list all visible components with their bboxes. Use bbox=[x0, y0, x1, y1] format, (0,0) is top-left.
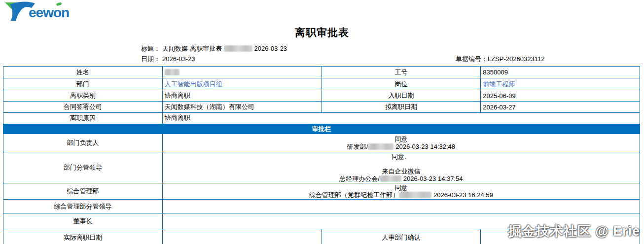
section-header-row: 审批栏 bbox=[3, 124, 640, 134]
field-label-type: 离职类别 bbox=[3, 90, 163, 102]
field-label-hr-confirm: 人事部门确认 bbox=[322, 229, 481, 244]
section-header-approval: 审批栏 bbox=[3, 124, 640, 134]
watermark-text: 掘金技术社区 @ Erie bbox=[508, 222, 640, 240]
approval-timestamp: 2026-03-23 14:32:48 bbox=[395, 143, 455, 150]
field-value-company: 天闻数媒科技（湖南）有限公司 bbox=[162, 102, 322, 113]
field-value-hire-date: 2025-06-09 bbox=[481, 90, 640, 102]
redacted-employee-name bbox=[224, 45, 252, 52]
table-row: 部门 人工智能出版项目组 岗位 前端工程师 bbox=[3, 78, 640, 90]
approval-row-admin-dept: 综合管理部 同意 综合管理部（党群纪检工作部）2026-03-23 16:24:… bbox=[3, 183, 640, 200]
approval-signature: 总经理办公会/2026-03-23 14:37:54 bbox=[165, 175, 638, 182]
table-row: 离职类别 协商离职 入职日期 2025-06-09 bbox=[3, 90, 640, 102]
approver-label-admin-dept: 综合管理部 bbox=[3, 183, 163, 200]
approver-label-dept-head: 部门负责人 bbox=[3, 134, 163, 152]
doc-number-value: LZSP-20260323112 bbox=[488, 55, 544, 63]
form-meta: 标题：天闻数媒-离职审批表 2026-03-23 日期：2026-03-23 单… bbox=[0, 43, 644, 64]
approval-cell-admin-leader bbox=[162, 200, 640, 213]
approval-cell-admin-dept: 同意 综合管理部（党群纪检工作部）2026-03-23 16:24:59 bbox=[162, 183, 640, 200]
field-label-hire-date: 入职日期 bbox=[322, 90, 481, 102]
header: eewon bbox=[0, 0, 644, 23]
approval-signature: 综合管理部（党群纪检工作部）2026-03-23 16:24:59 bbox=[165, 191, 638, 199]
field-value-emp-no: 8350009 bbox=[481, 67, 640, 78]
field-label-reason: 离职原因 bbox=[3, 113, 163, 124]
approver-org: 总经理办公会/ bbox=[339, 175, 380, 182]
resignation-approval-page: eewon 离职审批表 标题：天闻数媒-离职审批表 2026-03-23 日期：… bbox=[0, 0, 644, 244]
page-title: 离职审批表 bbox=[0, 26, 644, 39]
approval-opinion: 同意 bbox=[165, 136, 638, 143]
field-label-emp-no: 工号 bbox=[322, 67, 481, 78]
approval-timestamp: 2026-03-23 14:37:54 bbox=[403, 175, 463, 182]
redacted-name-value bbox=[165, 69, 179, 75]
field-label-dept: 部门 bbox=[3, 78, 163, 90]
logo-wordmark: eewon bbox=[29, 5, 69, 20]
meta-title-value: 天闻数媒-离职审批表 bbox=[162, 45, 222, 52]
field-value-type: 协商离职 bbox=[162, 90, 322, 102]
approval-timestamp: 2026-03-23 16:24:59 bbox=[433, 191, 493, 199]
field-value-name bbox=[162, 67, 322, 78]
approver-label-admin-leader: 综合管理部分管领导 bbox=[3, 200, 163, 213]
table-row: 姓名 工号 8350009 bbox=[3, 67, 640, 78]
field-label-post: 岗位 bbox=[322, 78, 481, 90]
field-value-actual-date bbox=[162, 229, 322, 244]
doc-number: 单据编号：LZSP-20260323112 bbox=[456, 54, 544, 64]
table-row: 离职原因 协商离职 bbox=[3, 113, 640, 124]
approver-label-chairman: 董事长 bbox=[3, 213, 163, 229]
table-row: 合同签署公司 天闻数媒科技（湖南）有限公司 拟离职日期 2026-03-27 bbox=[3, 102, 640, 113]
field-value-dept[interactable]: 人工智能出版项目组 bbox=[162, 78, 322, 90]
approver-org: 综合管理部（党群纪检工作部） bbox=[309, 191, 399, 199]
teewon-logo: eewon bbox=[4, 1, 79, 21]
approval-row-admin-leader: 综合管理部分管领导 bbox=[3, 200, 640, 213]
approval-form-table: 姓名 工号 8350009 部门 人工智能出版项目组 岗位 前端工程师 离职类别… bbox=[3, 66, 640, 244]
meta-title-line: 标题：天闻数媒-离职审批表 2026-03-23 bbox=[141, 43, 644, 54]
approval-cell-dept-leader: 同意。 来自企业微信 总经理办公会/2026-03-23 14:37:54 bbox=[162, 152, 640, 183]
meta-date-line: 日期：2026-03-23 bbox=[141, 54, 644, 64]
approval-signature: 研发部/2026-03-23 14:32:48 bbox=[165, 143, 638, 150]
field-label-actual-date: 实际离职日期 bbox=[3, 229, 163, 244]
approval-source-note: 来自企业微信 bbox=[165, 168, 638, 175]
field-label-name: 姓名 bbox=[3, 67, 163, 78]
approval-opinion: 同意。 bbox=[165, 153, 638, 160]
approval-row-dept-head: 部门负责人 同意 研发部/2026-03-23 14:32:48 bbox=[3, 134, 640, 152]
field-value-reason: 协商离职 bbox=[162, 113, 640, 124]
meta-date-label: 日期： bbox=[141, 55, 160, 63]
field-label-plan-date: 拟离职日期 bbox=[322, 102, 481, 113]
redacted-approver-name bbox=[380, 175, 401, 182]
redacted-approver-name bbox=[399, 192, 431, 198]
field-value-plan-date: 2026-03-27 bbox=[481, 102, 640, 113]
meta-title-label: 标题： bbox=[141, 45, 160, 52]
blank-line bbox=[165, 160, 638, 168]
approval-row-dept-leader: 部门分管领导 同意。 来自企业微信 总经理办公会/2026-03-23 14:3… bbox=[3, 152, 640, 183]
approver-org: 研发部/ bbox=[347, 143, 368, 150]
meta-title-date: 2026-03-23 bbox=[254, 45, 287, 52]
approval-opinion: 同意 bbox=[165, 184, 638, 191]
approver-label-dept-leader: 部门分管领导 bbox=[3, 152, 163, 183]
doc-number-label: 单据编号： bbox=[456, 55, 488, 63]
field-label-company: 合同签署公司 bbox=[3, 102, 163, 113]
field-value-post[interactable]: 前端工程师 bbox=[481, 78, 640, 90]
meta-date-value: 2026-03-23 bbox=[162, 55, 195, 63]
redacted-approver-name bbox=[368, 143, 394, 150]
approval-cell-dept-head: 同意 研发部/2026-03-23 14:32:48 bbox=[162, 134, 640, 152]
